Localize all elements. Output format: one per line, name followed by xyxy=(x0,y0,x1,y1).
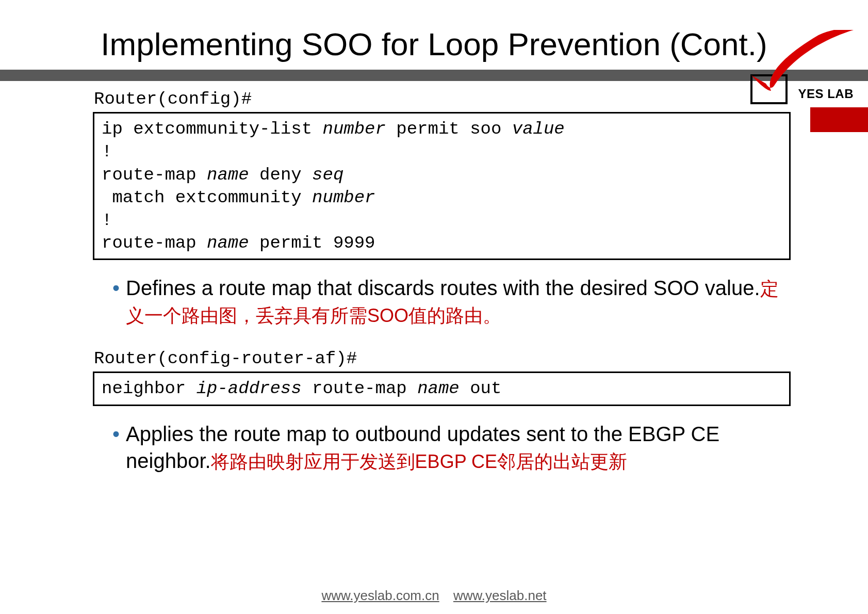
code-text: permit soo xyxy=(386,119,512,139)
bullet-text: Defines a route map that discards routes… xyxy=(126,274,791,328)
page-title: Implementing SOO for Loop Prevention (Co… xyxy=(87,26,781,62)
code-italic: name xyxy=(207,233,249,253)
code-text: ! xyxy=(102,142,112,161)
bullet-item: • Defines a route map that discards rout… xyxy=(112,274,791,328)
code-block-1: ip extcommunity-list number permit soo v… xyxy=(93,112,791,260)
bullet-dot-icon: • xyxy=(112,274,120,301)
code-italic: name xyxy=(417,379,460,398)
code-text: match extcommunity xyxy=(102,188,312,207)
code-text: ip extcommunity-list xyxy=(102,119,322,139)
code-text: out xyxy=(460,379,502,398)
bullet-list-1: • Defines a route map that discards rout… xyxy=(112,274,791,328)
accent-block xyxy=(810,107,868,132)
code-text: route-map xyxy=(102,165,207,185)
code-text: route-map xyxy=(102,233,207,253)
code-italic: value xyxy=(512,119,565,139)
code-text: deny xyxy=(249,165,312,185)
prompt-config: Router(config)# xyxy=(94,89,791,109)
bullet-list-2: • Applies the route map to outbound upda… xyxy=(112,421,791,474)
bullet-text: Applies the route map to outbound update… xyxy=(126,421,791,474)
code-italic: seq xyxy=(312,165,343,185)
bullet-dot-icon: • xyxy=(112,421,120,447)
code-italic: ip-address xyxy=(196,379,302,398)
bullet-text-en: Defines a route map that discards routes… xyxy=(126,277,760,299)
code-text: permit 9999 xyxy=(249,233,375,253)
footer-links: www.yeslab.com.cn www.yeslab.net xyxy=(0,588,868,604)
footer-link-1[interactable]: www.yeslab.com.cn xyxy=(321,588,439,603)
code-block-2: neighbor ip-address route-map name out xyxy=(93,371,791,406)
logo-text: YES LAB xyxy=(798,87,854,101)
code-text: ! xyxy=(102,211,112,230)
slide: Implementing SOO for Loop Prevention (Co… xyxy=(0,0,868,614)
logo: YES LAB xyxy=(736,30,855,107)
code-text: neighbor xyxy=(102,379,196,398)
code-text: route-map xyxy=(302,379,417,398)
footer-link-2[interactable]: www.yeslab.net xyxy=(453,588,547,603)
code-italic: number xyxy=(312,188,375,207)
logo-checkbox xyxy=(750,74,788,104)
prompt-config-router-af: Router(config-router-af)# xyxy=(94,349,791,368)
bullet-text-zh: 将路由映射应用于发送到EBGP CE邻居的出站更新 xyxy=(211,451,627,472)
bullet-item: • Applies the route map to outbound upda… xyxy=(112,421,791,474)
code-italic: number xyxy=(322,119,385,139)
content-area: Router(config)# ip extcommunity-list num… xyxy=(0,81,868,474)
code-italic: name xyxy=(207,165,249,185)
